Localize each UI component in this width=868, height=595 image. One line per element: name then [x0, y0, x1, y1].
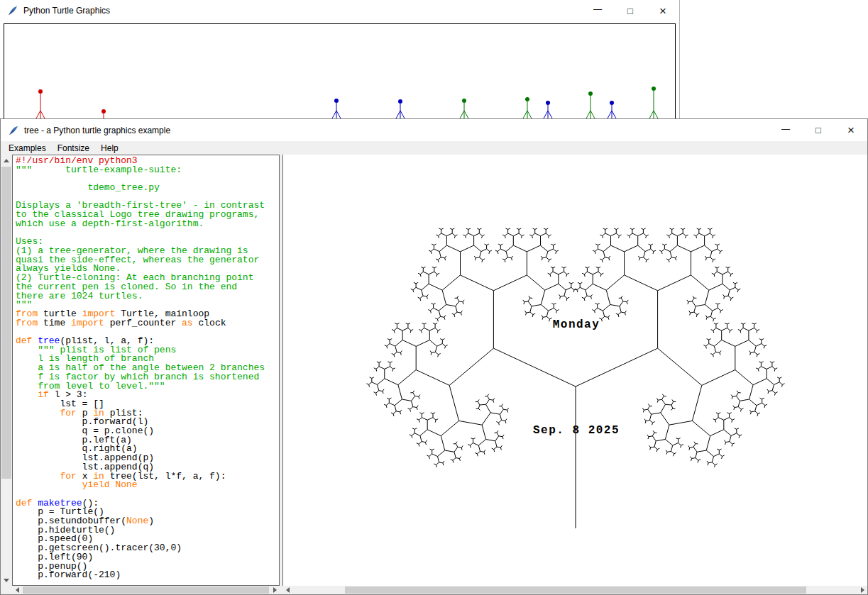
arrow-right-icon	[861, 587, 864, 593]
canvas-label: Monday	[553, 318, 600, 331]
back-window-controls: — □ ×	[581, 0, 679, 21]
front-window-controls: — □ ×	[769, 119, 867, 141]
maximize-icon: □	[627, 6, 633, 16]
scroll-up-button[interactable]	[1, 155, 12, 166]
fractal-tree-drawing	[283, 155, 867, 586]
code-horizontal-scrollbar[interactable]	[12, 586, 280, 594]
back-minimize-button[interactable]: —	[581, 0, 614, 21]
turtle-figure	[101, 109, 106, 118]
close-icon: ×	[847, 124, 855, 136]
minimize-icon: —	[781, 125, 790, 133]
scroll-right-button[interactable]	[857, 586, 867, 594]
turtledemo-window: tree - a Python turtle graphics example …	[0, 118, 868, 595]
code-vertical-scrollbar-thumb[interactable]	[1, 167, 11, 479]
arrow-left-icon	[286, 587, 290, 593]
front-window-title: tree - a Python turtle graphics example	[24, 126, 170, 135]
front-close-button[interactable]: ×	[835, 119, 867, 141]
tk-feather-icon	[7, 5, 18, 16]
scroll-down-button[interactable]	[1, 574, 12, 586]
turtle-figure	[586, 91, 595, 118]
scroll-left-button[interactable]	[282, 586, 292, 594]
code-line: p.forward(-210)	[16, 571, 279, 580]
code-horizontal-scrollbar-thumb[interactable]	[23, 586, 269, 594]
arrow-up-icon	[4, 159, 9, 162]
back-window-title: Python Turtle Graphics	[23, 6, 110, 16]
turtle-figure	[460, 99, 468, 118]
menu-item-examples[interactable]: Examples	[3, 142, 52, 155]
back-close-button[interactable]: ×	[647, 0, 679, 21]
canvas-label: Sep. 8 2025	[533, 424, 620, 437]
menu-bar: Examples Fontsize Help	[1, 141, 867, 155]
code-editor[interactable]: #!/usr/bin/env python3""" turtle-example…	[12, 155, 280, 586]
arrow-left-icon	[16, 587, 19, 593]
canvas-horizontal-scrollbar[interactable]	[282, 586, 867, 594]
turtle-figure	[544, 101, 552, 118]
turtle-figure	[608, 101, 616, 118]
scroll-left-button[interactable]	[12, 586, 22, 594]
tk-feather-icon	[8, 125, 19, 136]
window-content: #!/usr/bin/env python3""" turtle-example…	[1, 155, 867, 594]
code-line	[16, 229, 279, 238]
turtle-graphics-window: Python Turtle Graphics — □ ×	[0, 0, 680, 118]
turtle-figures-drawing	[4, 24, 675, 118]
front-window-titlebar[interactable]: tree - a Python turtle graphics example …	[1, 119, 867, 141]
maximize-icon: □	[815, 126, 821, 135]
arrow-down-icon	[4, 579, 9, 582]
turtle-figure	[332, 99, 341, 118]
drawing-canvas: MondaySep. 8 2025	[282, 155, 867, 586]
code-vertical-scrollbar[interactable]	[1, 155, 12, 586]
code-line: which use a depth-first-algorithm.	[16, 220, 279, 229]
menu-item-fontsize[interactable]: Fontsize	[52, 142, 95, 155]
turtle-figure	[523, 97, 532, 118]
front-minimize-button[interactable]: —	[769, 119, 802, 141]
code-line: tdemo_tree.py	[16, 184, 279, 193]
turtle-graphics-canvas	[4, 23, 676, 118]
close-icon: ×	[659, 5, 666, 17]
scroll-right-button[interactable]	[270, 586, 280, 594]
code-line: from time import perf_counter as clock	[16, 319, 279, 328]
minimize-icon: —	[593, 5, 602, 13]
back-window-titlebar[interactable]: Python Turtle Graphics — □ ×	[0, 0, 679, 21]
turtle-figure	[36, 89, 45, 118]
front-maximize-button[interactable]: □	[802, 119, 835, 141]
arrow-right-icon	[273, 587, 277, 593]
back-maximize-button[interactable]: □	[614, 0, 647, 21]
canvas-horizontal-scrollbar-thumb[interactable]	[345, 586, 806, 594]
tree-branches	[367, 228, 785, 528]
code-line: there are 1024 turtles.	[16, 292, 279, 301]
code-line: """ turtle-example-suite:	[16, 166, 279, 175]
turtle-figure	[649, 87, 658, 118]
code-line: yield None	[16, 481, 279, 490]
menu-item-help[interactable]: Help	[95, 142, 124, 155]
turtle-figure	[396, 99, 405, 118]
